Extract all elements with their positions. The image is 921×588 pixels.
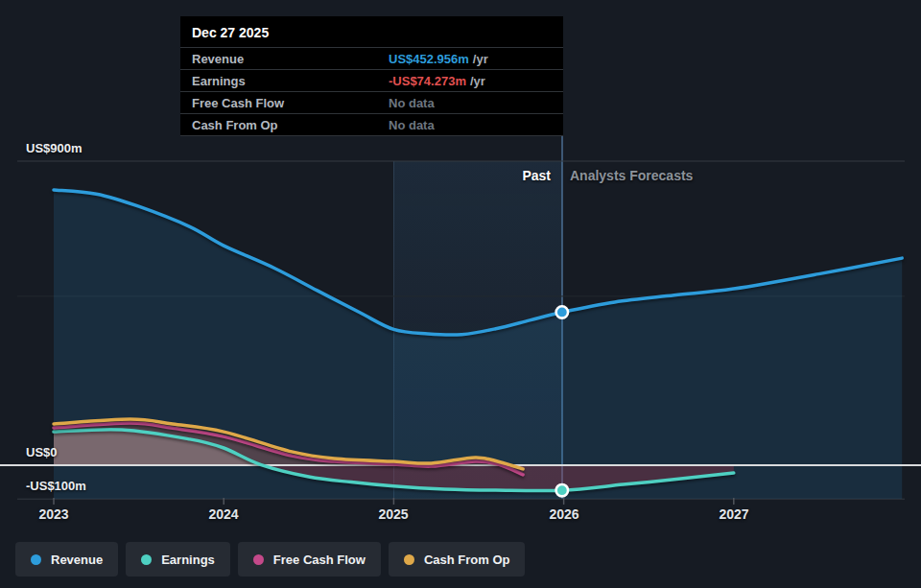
y-axis-label: US$900m — [26, 141, 83, 155]
tooltip-row-cash-from-op: Cash From OpNo data — [180, 113, 563, 136]
x-axis-label: 2026 — [549, 506, 579, 522]
legend: RevenueEarningsFree Cash FlowCash From O… — [15, 542, 525, 576]
tooltip-row-label: Revenue — [192, 52, 389, 66]
tooltip-row-earnings: Earnings-US$74.273m/yr — [180, 69, 563, 91]
analysts-forecasts-label: Analysts Forecasts — [570, 168, 693, 183]
chart-area[interactable]: US$900mUS$0-US$100m 20232024202520262027… — [0, 0, 921, 588]
tooltip-row-value: No data — [389, 96, 435, 110]
tooltip-row-unit: /yr — [470, 74, 485, 88]
legend-item-cash-from-op[interactable]: Cash From Op — [389, 542, 526, 576]
earnings-marker[interactable] — [556, 484, 568, 496]
tooltip-row-value: -US$74.273m — [389, 74, 466, 88]
legend-dot-icon — [141, 554, 152, 565]
legend-dot-icon — [253, 554, 264, 565]
data-tooltip: Dec 27 2025 RevenueUS$452.956m/yrEarning… — [180, 16, 563, 136]
x-axis-label: 2024 — [208, 506, 238, 522]
legend-item-label: Cash From Op — [424, 553, 510, 567]
x-axis-label: 2023 — [38, 506, 68, 522]
legend-dot-icon — [31, 554, 41, 565]
legend-item-revenue[interactable]: Revenue — [15, 542, 118, 576]
legend-dot-icon — [404, 554, 414, 565]
tooltip-row-label: Earnings — [192, 74, 389, 88]
legend-item-label: Free Cash Flow — [273, 553, 366, 567]
x-axis-label: 2027 — [719, 506, 748, 522]
tooltip-row-unit: /yr — [473, 52, 488, 66]
tooltip-date: Dec 27 2025 — [180, 16, 563, 47]
legend-item-earnings[interactable]: Earnings — [126, 542, 230, 576]
y-axis-label: -US$100m — [26, 479, 86, 493]
y-axis-label: US$0 — [26, 445, 58, 459]
past-label: Past — [0, 168, 551, 183]
tooltip-row-revenue: RevenueUS$452.956m/yr — [180, 47, 563, 69]
legend-item-free-cash-flow[interactable]: Free Cash Flow — [238, 542, 381, 576]
legend-item-label: Revenue — [51, 553, 103, 567]
tooltip-row-free-cash-flow: Free Cash FlowNo data — [180, 91, 563, 113]
x-axis-label: 2025 — [378, 506, 408, 522]
tooltip-rows: RevenueUS$452.956m/yrEarnings-US$74.273m… — [180, 47, 563, 136]
tooltip-row-value: US$452.956m — [389, 52, 469, 66]
tooltip-row-label: Cash From Op — [192, 118, 389, 132]
tooltip-row-label: Free Cash Flow — [192, 96, 389, 110]
legend-item-label: Earnings — [161, 553, 215, 567]
revenue-marker[interactable] — [556, 306, 568, 318]
tooltip-row-value: No data — [389, 118, 435, 132]
